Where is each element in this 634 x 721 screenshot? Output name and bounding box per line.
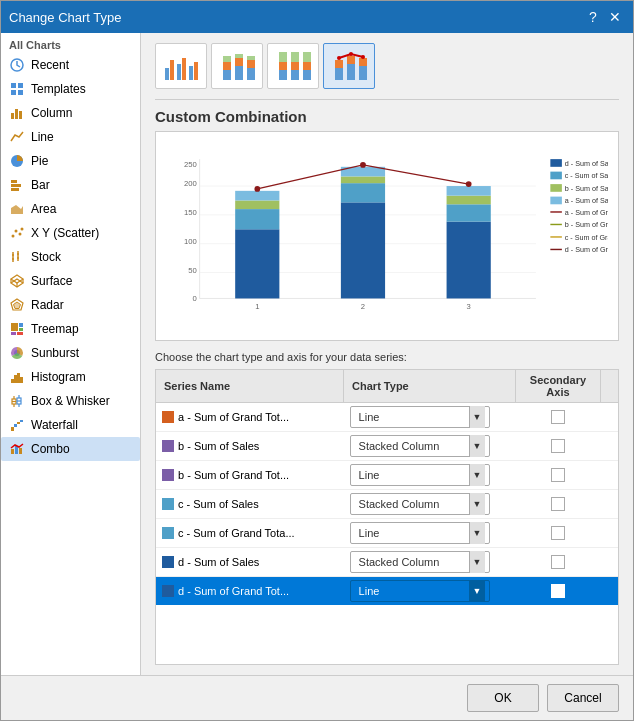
sidebar-item-combo[interactable]: Combo bbox=[1, 437, 140, 461]
secondary-axis-checkbox[interactable] bbox=[551, 584, 565, 598]
sidebar-item-histogram[interactable]: Histogram bbox=[1, 365, 140, 389]
table-row[interactable]: d - Sum of Grand Tot... Line ▼ bbox=[156, 577, 618, 606]
table-spacer-cell bbox=[601, 403, 618, 432]
sidebar-item-bar[interactable]: Bar bbox=[1, 173, 140, 197]
cancel-button[interactable]: Cancel bbox=[547, 684, 619, 712]
chart-type-btn-clustered[interactable] bbox=[155, 43, 207, 89]
sidebar-section-label: All Charts bbox=[1, 33, 140, 53]
secondary-axis-cell[interactable] bbox=[515, 519, 601, 548]
sidebar-item-scatter[interactable]: X Y (Scatter) bbox=[1, 221, 140, 245]
chart-type-dropdown[interactable]: Line ▼ bbox=[350, 580, 490, 602]
chart-type-cell[interactable]: Stacked Column ▼ bbox=[344, 432, 516, 461]
chart-type-btn-custom[interactable] bbox=[323, 43, 375, 89]
svg-rect-76 bbox=[303, 70, 311, 80]
svg-rect-71 bbox=[279, 62, 287, 70]
surface-icon bbox=[9, 273, 25, 289]
table-row[interactable]: d - Sum of Sales Stacked Column ▼ bbox=[156, 548, 618, 577]
svg-text:50: 50 bbox=[188, 266, 197, 275]
chart-type-cell[interactable]: Stacked Column ▼ bbox=[344, 548, 516, 577]
chart-type-btn-100stacked[interactable] bbox=[267, 43, 319, 89]
secondary-axis-checkbox[interactable] bbox=[551, 468, 565, 482]
table-row[interactable]: b - Sum of Grand Tot... Line ▼ bbox=[156, 461, 618, 490]
help-button[interactable]: ? bbox=[583, 7, 603, 27]
secondary-axis-cell[interactable] bbox=[515, 548, 601, 577]
sidebar-item-stock[interactable]: Stock bbox=[1, 245, 140, 269]
sidebar-item-waterfall[interactable]: Waterfall bbox=[1, 413, 140, 437]
table-row[interactable]: c - Sum of Grand Tota... Line ▼ bbox=[156, 519, 618, 548]
dropdown-arrow-icon[interactable]: ▼ bbox=[469, 522, 485, 544]
chart-type-cell[interactable]: Line ▼ bbox=[344, 461, 516, 490]
table-row[interactable]: a - Sum of Grand Tot... Line ▼ bbox=[156, 403, 618, 432]
svg-marker-29 bbox=[14, 302, 21, 309]
secondary-axis-cell[interactable] bbox=[515, 577, 601, 606]
table-row[interactable]: c - Sum of Sales Stacked Column ▼ bbox=[156, 490, 618, 519]
sidebar-item-line[interactable]: Line bbox=[1, 125, 140, 149]
sidebar-item-surface[interactable]: Surface bbox=[1, 269, 140, 293]
svg-rect-82 bbox=[347, 56, 355, 64]
secondary-axis-cell[interactable] bbox=[515, 432, 601, 461]
chart-type-dropdown[interactable]: Line ▼ bbox=[350, 522, 490, 544]
secondary-axis-checkbox[interactable] bbox=[551, 439, 565, 453]
dropdown-arrow-icon[interactable]: ▼ bbox=[469, 493, 485, 515]
recent-icon bbox=[9, 57, 25, 73]
dropdown-arrow-icon[interactable]: ▼ bbox=[469, 435, 485, 457]
sidebar-item-recent[interactable]: Recent bbox=[1, 53, 140, 77]
secondary-axis-checkbox[interactable] bbox=[551, 497, 565, 511]
secondary-axis-checkbox[interactable] bbox=[551, 526, 565, 540]
sidebar-item-treemap[interactable]: Treemap bbox=[1, 317, 140, 341]
svg-rect-10 bbox=[11, 184, 21, 187]
svg-text:a - Sum of Grand Total by Regi: a - Sum of Grand Total by Region bbox=[565, 208, 608, 217]
chart-type-dropdown[interactable]: Line ▼ bbox=[350, 406, 490, 428]
chart-type-dropdown[interactable]: Stacked Column ▼ bbox=[350, 435, 490, 457]
chart-type-value: Line bbox=[355, 585, 469, 597]
boxwhisker-icon bbox=[9, 393, 25, 409]
svg-text:200: 200 bbox=[184, 179, 197, 188]
dropdown-arrow-icon[interactable]: ▼ bbox=[469, 580, 485, 602]
svg-rect-63 bbox=[223, 56, 231, 62]
sidebar-item-boxwhisker[interactable]: Box & Whisker bbox=[1, 389, 140, 413]
svg-rect-58 bbox=[182, 58, 186, 80]
ok-button[interactable]: OK bbox=[467, 684, 539, 712]
svg-rect-11 bbox=[11, 188, 19, 191]
sidebar-item-radar[interactable]: Radar bbox=[1, 293, 140, 317]
sidebar-item-label: X Y (Scatter) bbox=[31, 226, 99, 240]
secondary-axis-checkbox[interactable] bbox=[551, 555, 565, 569]
svg-rect-84 bbox=[359, 58, 367, 66]
svg-point-15 bbox=[19, 233, 22, 236]
svg-rect-31 bbox=[19, 323, 23, 327]
sidebar-item-pie[interactable]: Pie bbox=[1, 149, 140, 173]
secondary-axis-cell[interactable] bbox=[515, 490, 601, 519]
sidebar-item-label: Pie bbox=[31, 154, 48, 168]
close-button[interactable]: ✕ bbox=[605, 7, 625, 27]
svg-text:2: 2 bbox=[361, 302, 365, 311]
secondary-axis-cell[interactable] bbox=[515, 461, 601, 490]
title-bar-buttons: ? ✕ bbox=[583, 7, 625, 27]
svg-rect-56 bbox=[170, 60, 174, 80]
chart-type-dropdown[interactable]: Line ▼ bbox=[350, 464, 490, 486]
area-icon bbox=[9, 201, 25, 217]
chart-type-cell[interactable]: Line ▼ bbox=[344, 519, 516, 548]
chart-type-cell[interactable]: Line ▼ bbox=[344, 577, 516, 606]
secondary-axis-cell[interactable] bbox=[515, 403, 601, 432]
secondary-axis-checkbox[interactable] bbox=[551, 410, 565, 424]
svg-rect-124 bbox=[550, 197, 562, 205]
sidebar-item-area[interactable]: Area bbox=[1, 197, 140, 221]
svg-text:250: 250 bbox=[184, 160, 197, 169]
dropdown-arrow-icon[interactable]: ▼ bbox=[469, 551, 485, 573]
sidebar-item-templates[interactable]: Templates bbox=[1, 77, 140, 101]
dropdown-arrow-icon[interactable]: ▼ bbox=[469, 464, 485, 486]
sidebar-item-column[interactable]: Column bbox=[1, 101, 140, 125]
chart-type-icons bbox=[155, 43, 619, 89]
sidebar-item-sunburst[interactable]: Sunburst bbox=[1, 341, 140, 365]
change-chart-type-dialog: Change Chart Type ? ✕ All Charts Recent … bbox=[0, 0, 634, 721]
chart-type-cell[interactable]: Line ▼ bbox=[344, 403, 516, 432]
series-name-cell: b - Sum of Sales bbox=[156, 432, 344, 461]
dropdown-arrow-icon[interactable]: ▼ bbox=[469, 406, 485, 428]
title-bar: Change Chart Type ? ✕ bbox=[1, 1, 633, 33]
chart-type-dropdown[interactable]: Stacked Column ▼ bbox=[350, 493, 490, 515]
table-row[interactable]: b - Sum of Sales Stacked Column ▼ bbox=[156, 432, 618, 461]
chart-type-cell[interactable]: Stacked Column ▼ bbox=[344, 490, 516, 519]
chart-type-btn-stacked[interactable] bbox=[211, 43, 263, 89]
chart-type-dropdown[interactable]: Stacked Column ▼ bbox=[350, 551, 490, 573]
chart-preview: 0 50 100 150 200 250 bbox=[155, 131, 619, 341]
